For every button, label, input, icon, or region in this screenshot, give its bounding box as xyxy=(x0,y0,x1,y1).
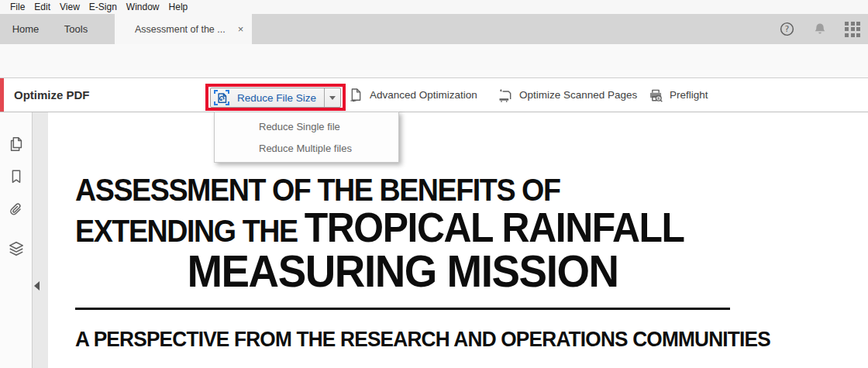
menu-window[interactable]: Window xyxy=(122,2,164,12)
document-title-line1: ASSESSMENT OF THE BENEFITS OF xyxy=(75,173,560,208)
reduce-file-size-dropdown-toggle[interactable] xyxy=(324,88,340,107)
help-icon[interactable]: ? xyxy=(779,21,795,37)
pdf-page: ASSESSMENT OF THE BENEFITS OF EXTENDING … xyxy=(48,112,868,368)
notifications-icon[interactable] xyxy=(812,22,828,37)
tool-title: Optimize PDF xyxy=(14,78,90,112)
attachments-icon[interactable] xyxy=(8,201,25,218)
reduce-file-size-label: Reduce File Size xyxy=(229,92,324,104)
optimize-scanned-pages-icon xyxy=(498,88,513,103)
toolbar: / 116 200% xyxy=(0,44,868,78)
layers-icon[interactable] xyxy=(8,240,25,257)
apps-icon[interactable] xyxy=(845,22,860,37)
optimize-scanned-pages-button[interactable]: Optimize Scanned Pages xyxy=(498,78,637,112)
menu-help[interactable]: Help xyxy=(165,2,192,12)
menu-item-reduce-single-file[interactable]: Reduce Single file xyxy=(215,116,398,138)
tab-home[interactable]: Home xyxy=(0,14,51,44)
close-icon[interactable]: × xyxy=(235,22,247,36)
advanced-optimization-icon xyxy=(349,88,363,102)
tab-document[interactable]: Assessment of the ... × xyxy=(115,14,252,44)
preflight-icon xyxy=(648,88,663,103)
menu-item-reduce-multiple-files[interactable]: Reduce Multiple files xyxy=(215,138,398,160)
menu-view[interactable]: View xyxy=(56,2,84,12)
document-divider-rule xyxy=(75,308,730,310)
document-tab-title: Assessment of the ... xyxy=(135,24,226,35)
svg-text:?: ? xyxy=(785,24,790,34)
document-title-line2: EXTENDING THE TROPICAL RAINFALL xyxy=(75,204,684,251)
preflight-button[interactable]: Preflight xyxy=(648,78,708,112)
menu-bar: File Edit View E-Sign Window Help xyxy=(0,0,868,14)
chevron-down-icon xyxy=(329,96,336,100)
collapse-panel-icon[interactable] xyxy=(34,281,40,291)
document-title-line3: MEASURING MISSION xyxy=(88,246,717,297)
menu-esign[interactable]: E-Sign xyxy=(85,2,121,12)
reduce-file-size-menu: Reduce Single file Reduce Multiple files xyxy=(214,112,399,163)
menu-edit[interactable]: Edit xyxy=(30,2,54,12)
acrobat-window: File Edit View E-Sign Window Help Home T… xyxy=(0,0,868,368)
document-area: ASSESSMENT OF THE BENEFITS OF EXTENDING … xyxy=(0,112,868,368)
advanced-optimization-button[interactable]: Advanced Optimization xyxy=(349,78,477,112)
menu-file[interactable]: File xyxy=(6,2,29,12)
tab-tools[interactable]: Tools xyxy=(51,14,101,44)
document-subtitle: A PERSPECTIVE FROM THE RESEARCH AND OPER… xyxy=(75,328,770,352)
optimize-pdf-toolbar: Optimize PDF Reduce File Size Advanced O… xyxy=(0,78,868,112)
page-thumbnails-icon[interactable] xyxy=(8,136,25,153)
tab-bar: Home Tools Assessment of the ... × ? xyxy=(0,14,868,44)
navigation-sidebar xyxy=(0,112,33,368)
document-title-line2-prefix: EXTENDING THE xyxy=(75,214,305,248)
optimize-scanned-pages-label: Optimize Scanned Pages xyxy=(519,89,637,101)
document-title-line2-emphasis: TROPICAL RAINFALL xyxy=(305,205,684,250)
tool-accent-bar xyxy=(0,78,4,112)
bookmarks-icon[interactable] xyxy=(8,168,25,185)
preflight-label: Preflight xyxy=(670,89,708,101)
advanced-optimization-label: Advanced Optimization xyxy=(370,89,477,101)
reduce-file-size-icon xyxy=(214,90,229,105)
reduce-file-size-button[interactable]: Reduce File Size xyxy=(210,88,341,108)
